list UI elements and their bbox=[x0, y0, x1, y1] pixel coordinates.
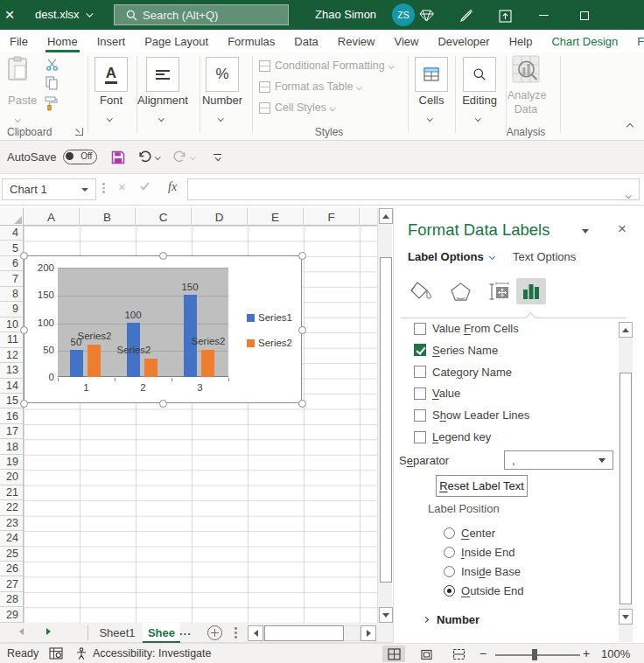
row-header-29[interactable]: 29 bbox=[0, 607, 23, 622]
alignment-button[interactable] bbox=[146, 57, 179, 92]
redo-button[interactable] bbox=[172, 150, 195, 164]
selection-handle[interactable] bbox=[20, 400, 28, 408]
radio-icon[interactable] bbox=[444, 527, 455, 539]
enter-check-icon[interactable] bbox=[143, 181, 147, 190]
draw-pen-icon[interactable] bbox=[458, 8, 474, 24]
ribbon-tab-format[interactable]: Format bbox=[627, 30, 644, 52]
hscroll-thumb[interactable] bbox=[264, 625, 344, 641]
row-header-18[interactable]: 18 bbox=[0, 439, 23, 454]
format-as-table-button[interactable]: Format as Table bbox=[259, 80, 361, 93]
number-chevron-icon[interactable] bbox=[219, 108, 223, 123]
user-name[interactable]: Zhao Simon bbox=[315, 0, 376, 30]
page-layout-view-button[interactable] bbox=[415, 646, 438, 662]
radio-outside-end[interactable]: Outside End bbox=[444, 584, 524, 597]
row-header-20[interactable]: 20 bbox=[0, 470, 23, 485]
radio-selected-icon[interactable] bbox=[444, 585, 455, 597]
font-button[interactable]: A bbox=[94, 57, 128, 92]
normal-view-button[interactable] bbox=[382, 646, 405, 662]
scroll-down-button[interactable] bbox=[379, 607, 393, 623]
row-header-19[interactable]: 19 bbox=[0, 455, 23, 470]
checkbox-value[interactable]: Value bbox=[414, 387, 460, 400]
radio-inside-base[interactable]: Inside Base bbox=[444, 565, 521, 578]
zoom-in-button[interactable]: + bbox=[583, 646, 590, 660]
data-label[interactable]: 100 bbox=[120, 310, 146, 320]
label-options-icon[interactable] bbox=[516, 278, 546, 304]
column-header-A[interactable]: A bbox=[24, 208, 80, 226]
row-header-22[interactable]: 22 bbox=[0, 500, 23, 515]
row-header-27[interactable]: 27 bbox=[0, 576, 23, 591]
bar-series2-cat3[interactable] bbox=[201, 350, 214, 377]
checkbox-icon[interactable] bbox=[414, 409, 426, 422]
zoom-percent[interactable]: 100% bbox=[601, 647, 630, 660]
checkbox-legend-key[interactable]: Legend key bbox=[414, 430, 491, 443]
row-header-6[interactable]: 6 bbox=[0, 256, 23, 271]
selection-handle[interactable] bbox=[298, 252, 306, 260]
formula-input[interactable] bbox=[187, 178, 640, 200]
select-all-button[interactable] bbox=[0, 208, 24, 226]
selection-handle[interactable] bbox=[159, 400, 167, 408]
row-header-11[interactable]: 11 bbox=[0, 332, 23, 347]
data-label[interactable]: Series2 bbox=[74, 331, 116, 341]
chart-object[interactable]: 05010015020012350100150Series2Series2Ser… bbox=[24, 255, 302, 403]
pane-close-icon[interactable]: × bbox=[618, 220, 626, 238]
checkbox-icon[interactable] bbox=[414, 366, 426, 378]
row-header-24[interactable]: 24 bbox=[0, 531, 23, 546]
page-break-preview-button[interactable] bbox=[447, 646, 470, 662]
separator-select[interactable]: , bbox=[504, 450, 613, 470]
zoom-out-button[interactable]: − bbox=[480, 646, 486, 660]
cells-chevron-icon[interactable] bbox=[428, 108, 432, 123]
maximize-button[interactable] bbox=[577, 8, 592, 24]
data-label[interactable]: Series2 bbox=[187, 336, 229, 346]
avatar[interactable]: ZS bbox=[392, 3, 415, 26]
accessibility-status[interactable]: Accessibility: Investigate bbox=[93, 647, 211, 660]
search-input[interactable]: Search (Alt+Q) bbox=[114, 4, 289, 25]
row-header-23[interactable]: 23 bbox=[0, 516, 23, 531]
bar-series2-cat2[interactable] bbox=[144, 359, 158, 377]
sheet-nav-forward-icon[interactable] bbox=[46, 628, 51, 635]
formula-bar-expand-icon[interactable] bbox=[626, 185, 631, 200]
pane-scroll-thumb[interactable] bbox=[620, 373, 632, 604]
zoom-slider-thumb[interactable] bbox=[532, 649, 537, 660]
number-section-header[interactable]: Number bbox=[424, 613, 480, 626]
column-header-partial[interactable] bbox=[360, 208, 377, 226]
zoom-slider-track[interactable] bbox=[495, 654, 580, 656]
sheet-tab-active[interactable]: Shee bbox=[143, 623, 180, 643]
ribbon-tab-review[interactable]: Review bbox=[328, 30, 385, 52]
analyze-data-button[interactable] bbox=[512, 55, 540, 87]
checkbox-checked-icon[interactable] bbox=[414, 344, 426, 356]
grid-vscroll-thumb[interactable] bbox=[380, 257, 392, 583]
row-header-28[interactable]: 28 bbox=[0, 592, 23, 607]
font-label[interactable]: Font bbox=[88, 94, 135, 107]
data-label[interactable]: Series2 bbox=[113, 345, 155, 355]
alignment-chevron-icon[interactable] bbox=[159, 108, 164, 123]
paste-button[interactable] bbox=[7, 56, 28, 84]
selection-handle[interactable] bbox=[20, 326, 28, 334]
tab-text-options[interactable]: Text Options bbox=[513, 250, 576, 263]
ribbon-tab-chart-design[interactable]: Chart Design bbox=[542, 30, 627, 52]
checkbox-icon[interactable] bbox=[414, 323, 426, 335]
cells-button[interactable] bbox=[415, 57, 448, 92]
editing-label[interactable]: Editing bbox=[457, 94, 502, 107]
ribbon-tab-data[interactable]: Data bbox=[284, 30, 327, 52]
scroll-up-button[interactable] bbox=[379, 208, 393, 224]
ribbon-tab-formulas[interactable]: Formulas bbox=[218, 30, 284, 52]
ribbon-tab-home[interactable]: Home bbox=[38, 30, 88, 52]
row-header-21[interactable]: 21 bbox=[0, 485, 23, 500]
fill-line-icon[interactable] bbox=[406, 278, 436, 304]
paste-dropdown-chevron-icon[interactable] bbox=[16, 108, 20, 124]
bar-series2-cat1[interactable] bbox=[88, 345, 101, 378]
hscroll-left-button[interactable] bbox=[248, 625, 263, 641]
sheet-tab-sheet1[interactable]: Sheet1 bbox=[92, 623, 143, 643]
row-header-14[interactable]: 14 bbox=[0, 379, 23, 394]
selection-handle[interactable] bbox=[298, 326, 306, 334]
font-chevron-icon[interactable] bbox=[108, 108, 112, 123]
row-header-26[interactable]: 26 bbox=[0, 562, 23, 576]
column-header-B[interactable]: B bbox=[80, 208, 136, 226]
row-header-16[interactable]: 16 bbox=[0, 408, 23, 423]
column-header-D[interactable]: D bbox=[192, 208, 248, 226]
format-painter-button[interactable] bbox=[44, 96, 58, 115]
editing-chevron-icon[interactable] bbox=[476, 108, 480, 123]
accessibility-icon[interactable] bbox=[74, 647, 88, 663]
add-sheet-button[interactable] bbox=[207, 625, 222, 640]
close-button[interactable]: × bbox=[0, 0, 19, 30]
